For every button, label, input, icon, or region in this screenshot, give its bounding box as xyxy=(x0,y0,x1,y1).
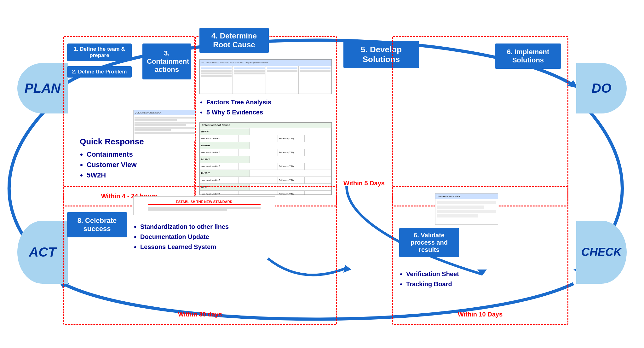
check-label: CHECK xyxy=(576,221,627,284)
step2-box: 2. Define the Problem xyxy=(67,66,132,78)
plan-mini-doc: QUICK RESPONSE DECK xyxy=(133,110,196,141)
why-row-3v: How was it verified? Evidence (Y/N) xyxy=(200,163,331,170)
validate-item-1: Verification Sheet xyxy=(406,269,459,279)
why-row-1v: How was it verified? Evidence (Y/N) xyxy=(200,135,331,142)
plan-label: PLAN xyxy=(17,63,68,113)
act-text: ACT xyxy=(29,245,56,260)
confirm-doc-body xyxy=(435,199,498,219)
validate-bullet-list: Verification Sheet Tracking Board xyxy=(399,269,459,289)
check-text: CHECK xyxy=(581,246,622,259)
qr-item-2: Customer View xyxy=(87,160,191,170)
do-text: DO xyxy=(592,81,612,96)
check-container: Confirmation Check 6. Validate process a… xyxy=(392,186,568,325)
act-timing: Within 30 days xyxy=(64,311,336,318)
step8-box: 8. Celebrate success xyxy=(67,212,127,237)
svg-marker-5 xyxy=(343,265,351,273)
qr-item-3: 5W2H xyxy=(87,170,191,180)
act-container: 8. Celebrate success ESTABLISH THE NEW S… xyxy=(63,186,337,325)
std-doc: ESTABLISH THE NEW STANDARD xyxy=(133,196,275,215)
step3-label: 3.Containmentactions xyxy=(147,49,189,73)
main-container: PLAN DO CHECK ACT 1. Define the team & p… xyxy=(0,0,644,348)
check-timing: Within 10 Days xyxy=(393,311,567,318)
plan-mini-header: QUICK RESPONSE DECK xyxy=(134,110,196,115)
root-cause-container: 4. Determine Root Cause FTA - FACTOR TRE… xyxy=(195,36,337,206)
act-timing-text: Within 30 days xyxy=(178,311,222,318)
plan-container: 1. Define the team & prepare 2. Define t… xyxy=(63,36,195,206)
step6-top-box: 6. Implement Solutions xyxy=(495,44,561,69)
root-cause-bullets: Factors Tree Analysis 5 Why 5 Evidences xyxy=(199,97,271,117)
root-cause-bullet-list: Factors Tree Analysis 5 Why 5 Evidences xyxy=(199,97,271,117)
std-item-1: Standardization to other lines xyxy=(140,222,229,232)
implement-container: 6. Implement Solutions xyxy=(392,36,568,206)
confirm-doc: Confirmation Check xyxy=(435,193,498,225)
quick-response-title: Quick Response xyxy=(80,137,191,147)
why-row-4: 4th WHY xyxy=(200,170,331,177)
step1-box: 1. Define the team & prepare xyxy=(67,44,132,61)
step2-label: 2. Define the Problem xyxy=(72,69,127,75)
rc-item-1: Factors Tree Analysis xyxy=(206,97,271,107)
why-row-1: 1st WHY xyxy=(200,128,331,135)
quick-response-content: Quick Response Containments Customer Vie… xyxy=(80,137,191,180)
step4-box: 4. Determine Root Cause xyxy=(199,28,269,53)
plan-text: PLAN xyxy=(25,81,60,96)
step4-label: 4. Determine Root Cause xyxy=(211,32,257,49)
step8-label: 8. Celebrate success xyxy=(78,217,117,233)
check-timing-text: Within 10 Days xyxy=(458,311,503,318)
rc-item-2: 5 Why 5 Evidences xyxy=(206,107,271,117)
why-row-3: 3rd WHY xyxy=(200,156,331,163)
plan-mini-rows xyxy=(134,115,196,135)
why-row-4v: How was it verified? Evidence (Y/N) xyxy=(200,177,331,184)
step1-label: 1. Define the team & prepare xyxy=(74,46,125,58)
std-item-2: Documentation Update xyxy=(140,232,229,242)
why-row-2v: How was it verified? Evidence (Y/N) xyxy=(200,149,331,156)
confirm-doc-header: Confirmation Check xyxy=(435,194,498,199)
step6-validate-label: 6. Validate process and results xyxy=(411,232,448,253)
do-label: DO xyxy=(576,63,627,113)
std-bullet-list: Standardization to other lines Documenta… xyxy=(133,222,229,252)
why-doc: Potential Root Cause 1st WHY How was it … xyxy=(199,122,332,195)
quick-response-list: Containments Customer View 5W2H xyxy=(80,149,191,180)
validate-bullets: Verification Sheet Tracking Board xyxy=(399,269,459,289)
std-item-3: Lessons Learned System xyxy=(140,242,229,252)
why-row-2: 2nd WHY xyxy=(200,142,331,149)
step5-timing: Within 5 Days xyxy=(343,180,385,187)
step5-timing-text: Within 5 Days xyxy=(343,180,385,187)
act-label: ACT xyxy=(17,221,68,284)
std-doc-title: ESTABLISH THE NEW STANDARD xyxy=(148,200,261,205)
step6-validate-box: 6. Validate process and results xyxy=(399,228,459,257)
qr-item-1: Containments xyxy=(87,149,191,160)
step3-box: 3.Containmentactions xyxy=(142,44,191,79)
validate-item-2: Tracking Board xyxy=(406,279,459,289)
std-bullets: Standardization to other lines Documenta… xyxy=(133,222,229,252)
fta-doc-header: FTA - FACTOR TREE ANALYSIS - OCCURRENCE … xyxy=(200,60,331,66)
step6-top-label: 6. Implement Solutions xyxy=(507,48,549,64)
why-doc-header: Potential Root Cause xyxy=(200,123,331,128)
std-doc-lines xyxy=(148,206,261,212)
fta-doc: FTA - FACTOR TREE ANALYSIS - OCCURRENCE … xyxy=(199,59,332,94)
